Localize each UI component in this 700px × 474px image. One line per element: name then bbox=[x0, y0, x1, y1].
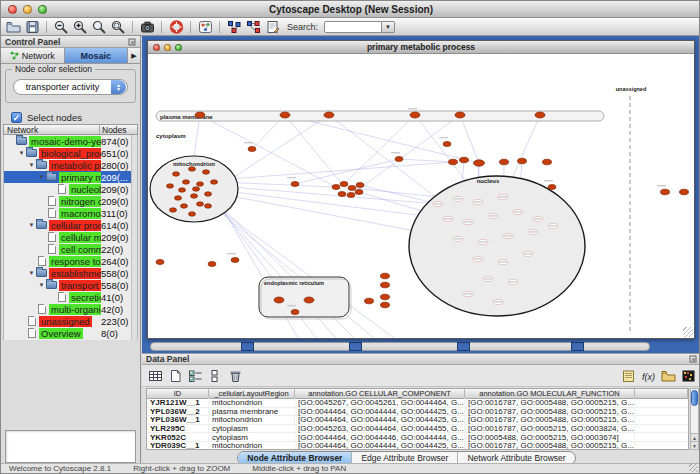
gene-node[interactable] bbox=[248, 147, 256, 152]
layout-b-icon[interactable] bbox=[245, 19, 261, 34]
float-panel-icon[interactable] bbox=[689, 355, 697, 363]
gene-node[interactable] bbox=[203, 170, 210, 174]
frame-resize-grip[interactable] bbox=[683, 327, 693, 337]
gene-node[interactable] bbox=[197, 202, 204, 206]
function-builder-icon[interactable]: f(x) bbox=[640, 368, 656, 383]
vizmapper-icon[interactable] bbox=[197, 19, 213, 34]
new-attribute-icon[interactable] bbox=[167, 368, 183, 383]
expand-arrow-icon[interactable]: ▼ bbox=[27, 222, 36, 228]
tree-row[interactable]: unassigned223(0) bbox=[4, 315, 137, 327]
gene-node[interactable] bbox=[661, 189, 670, 195]
gene-node[interactable] bbox=[324, 112, 334, 118]
notepad-icon[interactable] bbox=[620, 368, 636, 383]
tree-row[interactable]: Overview8(0) bbox=[4, 327, 137, 339]
search-input[interactable] bbox=[324, 21, 382, 33]
gene-node[interactable] bbox=[193, 187, 200, 191]
frame-close-icon[interactable] bbox=[153, 44, 160, 51]
gene-node[interactable] bbox=[680, 189, 689, 195]
table-column-header[interactable]: _cellularLayoutRegion bbox=[209, 389, 295, 398]
help-ring-icon[interactable] bbox=[168, 19, 184, 34]
tree-row[interactable]: cell communicat22(0) bbox=[4, 243, 137, 255]
gene-node[interactable] bbox=[231, 258, 239, 263]
tree-row[interactable]: secretion41(0) bbox=[4, 291, 137, 303]
gene-node[interactable] bbox=[355, 190, 363, 195]
gene-node[interactable] bbox=[535, 112, 545, 118]
gene-node[interactable] bbox=[189, 212, 196, 216]
gene-node[interactable] bbox=[181, 204, 188, 208]
tree-row[interactable]: nucleobase-209(0) bbox=[4, 183, 137, 195]
gene-node[interactable] bbox=[183, 180, 190, 184]
zoom-window-icon[interactable] bbox=[38, 5, 47, 14]
annotation-icon[interactable] bbox=[264, 19, 280, 34]
tree-row[interactable]: ▼primary metabo209(... bbox=[4, 171, 137, 183]
tree-row[interactable]: nitrogen compo209(0) bbox=[4, 195, 137, 207]
gene-node[interactable] bbox=[189, 167, 196, 171]
expand-arrow-icon[interactable]: ▼ bbox=[37, 282, 46, 288]
gene-node[interactable] bbox=[381, 302, 390, 308]
gene-node[interactable] bbox=[455, 112, 465, 118]
zoom-in-icon[interactable] bbox=[72, 19, 88, 34]
save-icon[interactable] bbox=[24, 19, 40, 34]
scroll-down-icon[interactable]: ▼ bbox=[691, 441, 698, 449]
gene-node[interactable] bbox=[211, 180, 218, 184]
gene-node[interactable] bbox=[197, 182, 204, 186]
gene-node[interactable] bbox=[173, 172, 180, 176]
table-scrollbar[interactable]: ▲ ▼ bbox=[690, 388, 699, 450]
gene-node[interactable] bbox=[381, 273, 390, 279]
gene-node[interactable] bbox=[291, 182, 299, 187]
zoom-out-icon[interactable] bbox=[53, 19, 69, 34]
gene-node[interactable] bbox=[205, 192, 212, 196]
tree-row[interactable]: multi-organism pro42(0) bbox=[4, 303, 137, 315]
open-folder-icon[interactable] bbox=[5, 19, 21, 34]
gene-node[interactable] bbox=[395, 157, 403, 162]
gene-node[interactable] bbox=[175, 196, 182, 200]
frame-zoom-icon[interactable] bbox=[175, 44, 182, 51]
scrollbar-thumb[interactable] bbox=[691, 390, 698, 406]
gene-node[interactable] bbox=[280, 112, 290, 118]
zoom-selected-icon[interactable] bbox=[110, 19, 126, 34]
gene-node[interactable] bbox=[170, 208, 177, 212]
table-column-header[interactable]: annotation.GO CELLULAR_COMPONENT bbox=[295, 389, 465, 398]
gene-node[interactable] bbox=[205, 204, 212, 208]
gene-node[interactable] bbox=[381, 294, 390, 300]
gene-node[interactable] bbox=[338, 192, 346, 197]
tree-row[interactable]: ▼biological_process651(0) bbox=[4, 147, 137, 159]
scroll-up-icon[interactable]: ▲ bbox=[691, 433, 698, 441]
gene-node[interactable] bbox=[167, 184, 174, 188]
gene-node[interactable] bbox=[548, 185, 556, 190]
delete-attribute-icon[interactable] bbox=[227, 368, 243, 383]
gene-node[interactable] bbox=[410, 112, 420, 118]
gene-node[interactable] bbox=[500, 159, 509, 165]
gene-node[interactable] bbox=[348, 186, 356, 191]
gene-node[interactable] bbox=[291, 310, 299, 315]
expand-arrow-icon[interactable]: ▼ bbox=[37, 174, 46, 180]
tree-row[interactable]: cellular metabo209(0) bbox=[4, 231, 137, 243]
tab-overflow-arrow-icon[interactable]: ▶ bbox=[128, 48, 140, 63]
birdseye-view-panel[interactable] bbox=[5, 430, 136, 463]
tree-row[interactable]: ▼transport558(0) bbox=[4, 279, 137, 291]
table-column-header[interactable]: ID bbox=[147, 389, 209, 398]
expand-arrow-icon[interactable]: ▼ bbox=[17, 150, 26, 156]
tab-edge-attribute-browser[interactable]: Edge Attribute Browser bbox=[351, 452, 457, 464]
gene-node[interactable] bbox=[518, 158, 527, 164]
network-canvas[interactable]: plasma membrane cytoplasm mitochondrion … bbox=[148, 54, 694, 338]
search-dropdown-icon[interactable]: ▼ bbox=[382, 21, 395, 33]
column-layout-icon[interactable] bbox=[207, 368, 223, 383]
gene-node[interactable] bbox=[365, 298, 374, 304]
gene-node[interactable] bbox=[347, 193, 355, 198]
gene-node[interactable] bbox=[274, 297, 284, 303]
tree-row[interactable]: mosaic-demo-yeast874(0) bbox=[4, 135, 137, 147]
region-nucleus[interactable] bbox=[409, 176, 585, 316]
tree-row[interactable]: ▼cellular process614(0) bbox=[4, 219, 137, 231]
gene-node[interactable] bbox=[340, 182, 348, 187]
table-options-icon[interactable] bbox=[147, 368, 163, 383]
tree-row[interactable]: macromolecule311(0) bbox=[4, 207, 137, 219]
tree-column-nodes[interactable]: Nodes bbox=[100, 125, 137, 134]
gene-node[interactable] bbox=[381, 282, 390, 288]
expand-arrow-icon[interactable]: ▼ bbox=[27, 162, 36, 168]
network-view-titlebar[interactable]: primary metabolic process bbox=[148, 41, 694, 54]
gene-node[interactable] bbox=[156, 260, 164, 265]
heatmap-icon[interactable] bbox=[680, 368, 696, 383]
gene-node[interactable] bbox=[443, 142, 451, 147]
select-nodes-checkbox[interactable]: ✓ bbox=[11, 112, 22, 123]
